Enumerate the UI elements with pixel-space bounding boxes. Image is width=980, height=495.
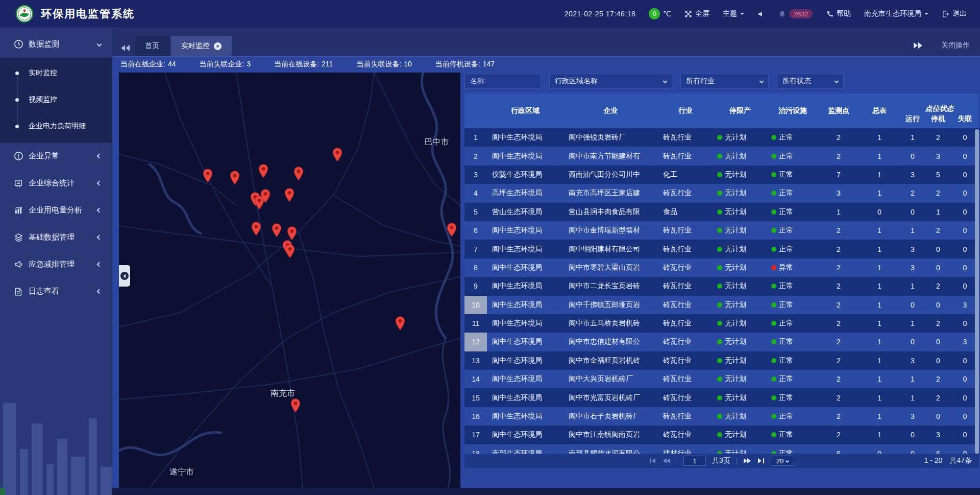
table-row[interactable]: 3 仪陇生态环境局 西南油气田分公司川中 化工 无计划 正常 <box>464 166 979 184</box>
table-row[interactable]: 13 阆中生态环境局 阆中市金福旺页岩机砖 砖瓦行业 无计划 正常 <box>464 351 979 370</box>
cell-monitor-count: 2 <box>818 357 859 365</box>
status-select[interactable]: 所有状态 <box>777 74 844 89</box>
help-button[interactable]: 帮助 <box>826 9 851 18</box>
cell-production-status: 无计划 <box>713 226 767 235</box>
sidebar-item-enterprise-abnormal[interactable]: 企业异常 <box>0 143 112 170</box>
map-pin-icon[interactable] <box>251 222 261 236</box>
sidebar-item-enterprise-statistics[interactable]: 企业综合统计 <box>0 170 112 197</box>
cell-monitor-count: 2 <box>818 245 859 253</box>
logout-button[interactable]: 退出 <box>942 9 967 18</box>
next-page-button[interactable] <box>743 458 751 464</box>
sidebar-item-video-monitoring[interactable]: 视频监控 <box>0 86 112 113</box>
table-row[interactable]: 10 阆中生态环境局 阆中千佛镇五郎垭页岩 砖瓦行业 无计划 正常 <box>464 296 979 314</box>
table-row[interactable]: 11 阆中生态环境局 阆中市五马桥页岩机砖 砖瓦行业 无计划 正常 <box>464 314 979 333</box>
row-index: 9 <box>464 277 487 295</box>
map-pin-icon[interactable] <box>447 223 457 237</box>
chevron-left-icon <box>97 154 102 159</box>
cell-meter-count: 0 <box>859 450 900 454</box>
page-size-select[interactable]: 20 <box>771 456 794 466</box>
cell-production-status: 无计划 <box>713 245 767 254</box>
table-row[interactable]: 16 阆中生态环境局 阆中市石子页岩机砖厂 砖瓦行业 无计划 正常 <box>464 407 979 426</box>
fullscreen-button[interactable]: 全屏 <box>684 9 709 18</box>
table-row[interactable]: 12 阆中生态环境局 阆中市忠信建材有限公 砖瓦行业 无计划 正常 <box>464 333 979 351</box>
notifications-button[interactable]: 2632 <box>778 9 813 18</box>
cell-production-status: 无计划 <box>713 430 767 439</box>
map-pin-icon[interactable] <box>293 167 304 181</box>
map-panel[interactable]: 巴中市 南充市 遂宁市 <box>119 73 460 488</box>
cell-meter-count: 1 <box>859 301 900 309</box>
last-page-button[interactable] <box>757 458 765 464</box>
cell-run-count: 3 <box>900 412 925 420</box>
map-pin-icon[interactable] <box>395 316 405 331</box>
previous-page-button[interactable] <box>663 458 671 464</box>
table-row[interactable]: 15 阆中生态环境局 阆中市光富页岩机砖厂 砖瓦行业 无计划 正常 <box>464 388 979 407</box>
sidebar-item-power-analysis[interactable]: 企业用电量分析 <box>0 197 112 224</box>
map-pin-icon[interactable] <box>258 164 268 178</box>
cell-meter-count: 0 <box>859 208 900 216</box>
table-row[interactable]: 5 营山生态环境局 营山县润丰肉食品有限 食品 无计划 正常 <box>464 203 979 221</box>
top-header: 环保用电监管系统 2021-02-25 17:46:18 0 ℃ 全屏 主题 <box>0 0 980 28</box>
stat-value: 10 <box>404 60 412 69</box>
map-pin-icon[interactable] <box>285 244 295 258</box>
first-page-button[interactable] <box>649 458 656 464</box>
cell-treatment-status: 正常 <box>767 170 818 179</box>
mute-button[interactable] <box>757 10 765 18</box>
region-select[interactable]: 行政区域名称 <box>549 74 672 89</box>
name-search-input[interactable]: 名称 <box>464 74 541 89</box>
cell-company: 南部县耀华水泥有限公 <box>564 449 658 454</box>
table-row[interactable]: 9 阆中生态环境局 阆中市二龙长宝页岩砖 砖瓦行业 无计划 正常 <box>464 277 979 295</box>
status-dot <box>771 358 776 363</box>
cell-monitor-count: 2 <box>818 375 859 383</box>
tabs-scroll-left-button[interactable] <box>120 45 130 51</box>
map-pin-icon[interactable] <box>260 189 271 203</box>
map-pin-icon[interactable] <box>230 171 240 185</box>
table-row[interactable]: 1 阆中生态环境局 阆中强锐页岩砖厂 砖瓦行业 无计划 正常 <box>464 128 979 147</box>
sidebar-item-power-load-detail[interactable]: 企业电力负荷明细 <box>0 113 112 139</box>
decoration-block <box>0 488 5 495</box>
status-dot <box>771 432 776 437</box>
tab-realtime-monitoring[interactable]: 实时监控 × <box>171 36 232 56</box>
chevron-left-icon <box>97 235 102 240</box>
cell-company: 阆中市光富页岩机砖厂 <box>564 393 658 403</box>
tabs-scroll-right-button[interactable] <box>914 42 923 49</box>
map-pin-icon[interactable] <box>272 223 282 238</box>
theme-dropdown[interactable]: 主题 <box>723 9 744 18</box>
table-row[interactable]: 4 高坪生态环境局 南充市高坪区王家店建 砖瓦行业 无计划 正常 <box>464 184 979 202</box>
table-scrollbar[interactable] <box>975 129 979 454</box>
sidebar-collapse-button[interactable] <box>119 265 130 287</box>
map-pin-icon[interactable] <box>203 169 213 183</box>
sidebar-item-data-monitoring[interactable]: 数据监测 <box>0 31 112 58</box>
status-dot <box>717 228 722 233</box>
cell-production-status: 无计划 <box>713 300 767 310</box>
organization-dropdown[interactable]: 南充市生态环境局 <box>864 9 928 18</box>
row-index: 18 <box>464 444 487 454</box>
chevron-left-icon <box>97 262 102 267</box>
close-icon[interactable]: × <box>214 42 222 50</box>
close-operations-button[interactable]: 关闭操作 <box>941 41 970 50</box>
tab-home[interactable]: 首页 <box>135 36 169 56</box>
status-dot <box>717 339 722 344</box>
table-row[interactable]: 17 阆中生态环境局 阆中市江南镇阆南页岩 砖瓦行业 无计划 正常 <box>464 426 979 444</box>
table-row[interactable]: 18 南部生态环境局 南部县耀华水泥有限公 建材行业 无计划 正常 <box>464 444 979 454</box>
map-pin-icon[interactable] <box>332 148 342 162</box>
status-dot <box>771 302 776 308</box>
cell-region: 阆中生态环境局 <box>487 281 564 291</box>
sidebar-item-emergency-reduction[interactable]: 应急减排管理 <box>0 251 112 278</box>
page-number-input[interactable]: 1 <box>683 456 706 466</box>
chevron-down-icon <box>786 459 789 462</box>
table-row[interactable]: 7 阆中生态环境局 阆中明阳建材有限公司 砖瓦行业 无计划 正常 <box>464 240 979 258</box>
industry-select[interactable]: 所有行业 <box>680 74 769 89</box>
table-row[interactable]: 6 阆中生态环境局 阆中市金博瑞新型墙材 砖瓦行业 无计划 正常 <box>464 221 979 240</box>
table-row[interactable]: 8 阆中生态环境局 阆中市枣碧大梁山页岩 砖瓦行业 无计划 异常 <box>464 258 979 277</box>
stat-label: 当前在线设备: <box>274 60 319 69</box>
sidebar-item-log-view[interactable]: 日志查看 <box>0 278 112 305</box>
stat-label: 当前停机设备: <box>435 60 480 69</box>
table-row[interactable]: 2 阆中生态环境局 阆中市南方节能建材有 砖瓦行业 无计划 正常 <box>464 147 979 165</box>
map-pin-icon[interactable] <box>284 188 295 202</box>
map-pin-icon[interactable] <box>287 226 297 241</box>
table-row[interactable]: 14 阆中生态环境局 阆中大兴页岩机砖厂 砖瓦行业 无计划 正常 <box>464 370 979 388</box>
map-pin-icon[interactable] <box>290 398 301 413</box>
sidebar-item-base-data[interactable]: 基础数据管理 <box>0 224 112 251</box>
sidebar-item-realtime-monitoring[interactable]: 实时监控 <box>0 60 112 86</box>
chevron-left-icon <box>97 208 102 213</box>
